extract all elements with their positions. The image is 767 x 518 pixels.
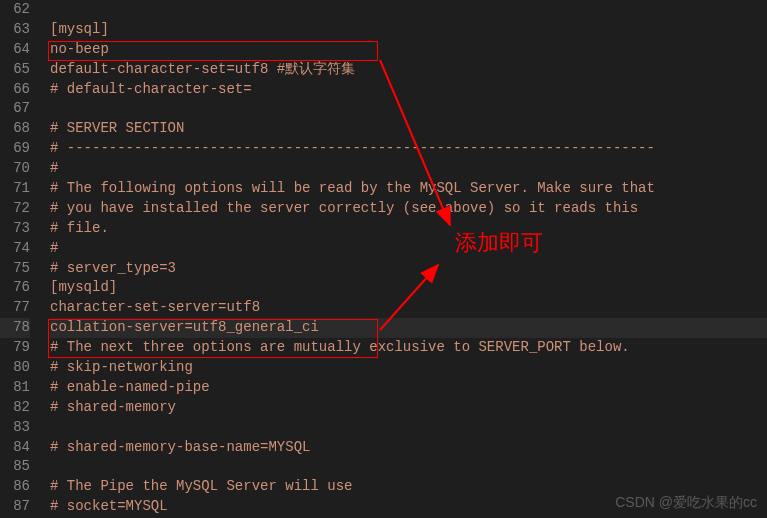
line-number: 86: [0, 477, 30, 497]
line-number: 78: [0, 318, 30, 338]
line-number: 84: [0, 438, 30, 458]
code-editor: 6263646566676869707172737475767778798081…: [0, 0, 767, 518]
line-number: 75: [0, 259, 30, 279]
line-number: 87: [0, 497, 30, 517]
code-line[interactable]: [50, 99, 767, 119]
watermark: CSDN @爱吃水果的cc: [615, 494, 757, 512]
code-line[interactable]: [50, 0, 767, 20]
code-line[interactable]: # The next three options are mutually ex…: [50, 338, 767, 358]
line-number: 66: [0, 80, 30, 100]
line-number: 79: [0, 338, 30, 358]
line-number: 69: [0, 139, 30, 159]
line-number: 85: [0, 457, 30, 477]
code-line[interactable]: # file.: [50, 219, 767, 239]
line-number: 71: [0, 179, 30, 199]
code-line[interactable]: # The following options will be read by …: [50, 179, 767, 199]
code-line[interactable]: # server_type=3: [50, 259, 767, 279]
code-line[interactable]: # --------------------------------------…: [50, 139, 767, 159]
line-number: 72: [0, 199, 30, 219]
code-line[interactable]: [mysql]: [50, 20, 767, 40]
code-line[interactable]: # you have installed the server correctl…: [50, 199, 767, 219]
line-number: 64: [0, 40, 30, 60]
code-line[interactable]: #: [50, 159, 767, 179]
line-number: 65: [0, 60, 30, 80]
code-line[interactable]: default-character-set=utf8 #默认字符集: [50, 60, 767, 80]
code-line[interactable]: # shared-memory: [50, 398, 767, 418]
line-number: 80: [0, 358, 30, 378]
line-number: 73: [0, 219, 30, 239]
code-line[interactable]: # default-character-set=: [50, 80, 767, 100]
line-number: 83: [0, 418, 30, 438]
line-number: 67: [0, 99, 30, 119]
line-number: 82: [0, 398, 30, 418]
code-line[interactable]: # shared-memory-base-name=MYSQL: [50, 438, 767, 458]
line-number: 68: [0, 119, 30, 139]
line-number: 81: [0, 378, 30, 398]
line-number-gutter: 6263646566676869707172737475767778798081…: [0, 0, 40, 518]
line-number: 74: [0, 239, 30, 259]
annotation-label: 添加即可: [455, 228, 543, 258]
line-number: 63: [0, 20, 30, 40]
code-line[interactable]: #: [50, 239, 767, 259]
code-line[interactable]: collation-server=utf8_general_ci: [50, 318, 767, 338]
code-line[interactable]: no-beep: [50, 40, 767, 60]
code-line[interactable]: [50, 418, 767, 438]
code-line[interactable]: # skip-networking: [50, 358, 767, 378]
code-line[interactable]: # enable-named-pipe: [50, 378, 767, 398]
code-line[interactable]: [50, 457, 767, 477]
line-number: 77: [0, 298, 30, 318]
code-line[interactable]: [mysqld]: [50, 278, 767, 298]
code-content[interactable]: [mysql]no-beepdefault-character-set=utf8…: [40, 0, 767, 518]
code-line[interactable]: character-set-server=utf8: [50, 298, 767, 318]
line-number: 62: [0, 0, 30, 20]
line-number: 70: [0, 159, 30, 179]
code-line[interactable]: # SERVER SECTION: [50, 119, 767, 139]
line-number: 76: [0, 278, 30, 298]
